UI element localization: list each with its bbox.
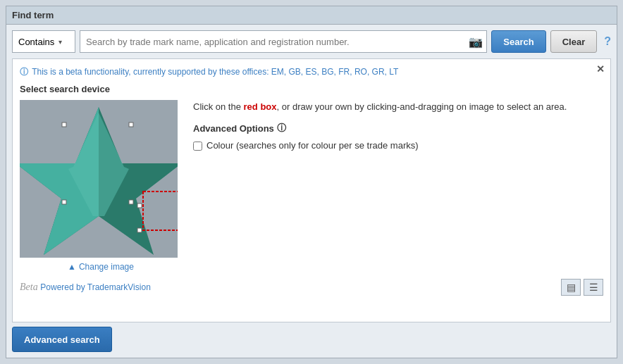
change-image-label: Change image	[79, 262, 134, 272]
help-icon[interactable]: ?	[604, 35, 611, 48]
contains-select[interactable]: Contains ▾	[12, 30, 75, 53]
red-box-text: red box	[244, 101, 277, 112]
chevron-down-icon: ▾	[58, 38, 69, 46]
svg-rect-5	[137, 203, 142, 208]
colour-option: Colour (searches only for colour per se …	[193, 140, 603, 151]
star-canvas[interactable]	[20, 100, 178, 258]
beta-logo: Beta	[20, 282, 38, 292]
svg-rect-7	[137, 228, 142, 232]
colour-label: Colour (searches only for colour per se …	[206, 140, 419, 151]
search-row: Contains ▾ 📷 Search Clear ?	[12, 30, 611, 53]
change-image-button[interactable]: ▲ Change image	[20, 262, 182, 272]
image-area: ▲ Change image Click on the red box, or …	[20, 100, 603, 272]
info-icon: ⓘ	[20, 67, 28, 77]
list-view-button[interactable]: ☰	[584, 279, 603, 296]
star-svg	[20, 100, 178, 258]
colour-checkbox[interactable]	[193, 142, 202, 151]
grid-view-button[interactable]: ▤	[561, 279, 581, 296]
main-container: Find term Contains ▾ 📷 Search Clear ? ✕	[0, 0, 623, 364]
info-circle-icon: ⓘ	[277, 122, 286, 134]
advanced-options-label: Advanced Options	[193, 123, 274, 134]
svg-rect-12	[129, 200, 133, 204]
search-input[interactable]	[80, 30, 487, 53]
select-device-title: Select search device	[20, 84, 603, 94]
svg-rect-9	[129, 123, 133, 127]
image-search-panel: ✕ ⓘ This is a beta functionality, curren…	[12, 58, 611, 322]
view-icons: ▤ ☰	[561, 279, 603, 296]
search-input-wrapper: 📷	[80, 30, 487, 53]
svg-rect-8	[62, 123, 66, 127]
close-icon[interactable]: ✕	[596, 63, 605, 75]
beta-info-text: This is a beta functionality, currently …	[32, 67, 398, 77]
instructions-panel: Click on the red box, or draw your own b…	[193, 100, 603, 272]
advanced-options-title: Advanced Options ⓘ	[193, 122, 603, 134]
camera-icon[interactable]: 📷	[469, 35, 483, 49]
instruction-text-1: Click on the	[193, 101, 244, 112]
image-canvas-wrapper: ▲ Change image	[20, 100, 182, 272]
advanced-search-button[interactable]: Advanced search	[12, 327, 112, 352]
upload-icon: ▲	[68, 262, 76, 272]
trademark-vision-link[interactable]: Powered by TrademarkVision	[40, 282, 151, 292]
find-term-panel: Find term Contains ▾ 📷 Search Clear ? ✕	[6, 6, 617, 358]
instructions-text: Click on the red box, or draw your own b…	[193, 100, 603, 114]
instruction-text-2: , or draw your own by clicking-and-dragg…	[277, 101, 567, 112]
search-button[interactable]: Search	[491, 30, 545, 53]
beta-info: ⓘ This is a beta functionality, currentl…	[20, 66, 603, 78]
clear-button[interactable]: Clear	[550, 30, 598, 53]
beta-powered: Beta Powered by TrademarkVision	[20, 282, 151, 293]
footer-row: Advanced search	[12, 322, 611, 352]
svg-rect-11	[62, 200, 66, 204]
panel-body: Contains ▾ 📷 Search Clear ? ✕ ⓘ This is …	[6, 25, 617, 358]
powered-by-text: Powered by TrademarkVision	[40, 282, 151, 292]
panel-title: Find term	[6, 6, 617, 25]
bottom-row: Beta Powered by TrademarkVision ▤ ☰	[20, 279, 603, 296]
contains-label: Contains	[18, 37, 54, 47]
